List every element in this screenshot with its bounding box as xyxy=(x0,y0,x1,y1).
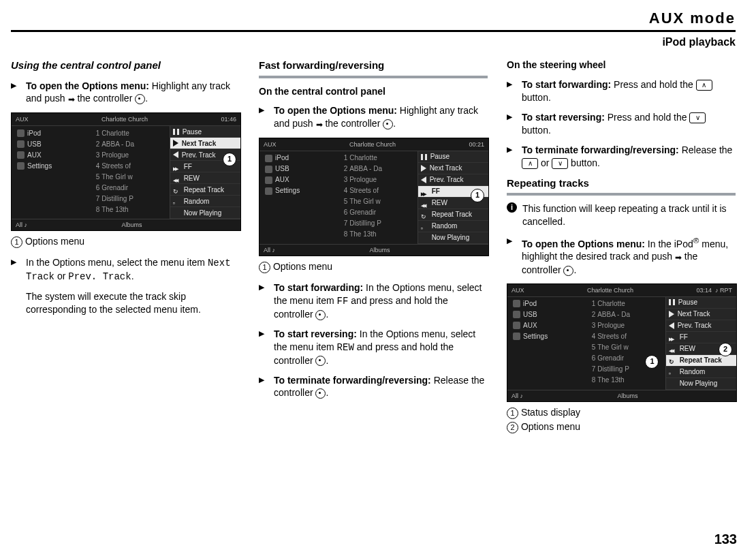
info-note: i This function will keep repeating a tr… xyxy=(507,202,736,228)
info-icon: i xyxy=(507,202,517,213)
step-wheel-forward: To start forwarding: Press and hold the … xyxy=(507,78,736,104)
controller-icon xyxy=(315,356,326,366)
controller-icon xyxy=(383,119,393,129)
section-using-ccp: Using the central control panel xyxy=(11,59,240,72)
section-fast-forwarding: Fast forwarding/reversing xyxy=(259,59,488,72)
figure-caption-3: 1 Status display 2 Options menu xyxy=(507,406,736,433)
arrow-right-icon xyxy=(675,251,682,264)
section-repeating: Repeating tracks xyxy=(507,176,736,190)
figure-options-menu-2: AUXCharlotte Church00:21 iPod USB AUX Se… xyxy=(259,138,489,256)
section-underline xyxy=(507,193,736,196)
up-button-icon: ∧ xyxy=(522,158,538,169)
column-3: On the steering wheel To start forwardin… xyxy=(507,59,736,442)
controller-icon xyxy=(315,388,326,399)
page-title: AUX mode xyxy=(11,8,736,29)
step-select-menu-item: In the Options menu, select the menu ite… xyxy=(11,256,240,283)
down-button-icon: ∨ xyxy=(552,158,568,169)
step-open-options-1: To open the Options menu: Highlight any … xyxy=(11,80,240,106)
down-button-icon: ∨ xyxy=(689,112,706,123)
step-wheel-reverse: To start reversing: Press and hold the ∨… xyxy=(507,111,736,137)
controller-icon xyxy=(135,94,145,104)
sub-on-wheel: On the steering wheel xyxy=(507,59,736,72)
sub-on-ccp: On the central control panel xyxy=(259,85,488,98)
step-start-reversing: To start reversing: In the Options menu,… xyxy=(259,328,488,367)
step-open-options-2: To open the Options menu: Highlight any … xyxy=(259,104,488,131)
up-button-icon: ∧ xyxy=(696,80,712,91)
figure-options-menu-1: AUXCharlotte Church01:46 iPod USB AUX Se… xyxy=(11,112,241,231)
callout-1-icon: 1 xyxy=(471,189,484,202)
controller-icon xyxy=(315,310,326,320)
content-columns: Using the central control panel To open … xyxy=(11,59,736,442)
page-number: 133 xyxy=(714,530,737,549)
figure-options-menu-3: AUXCharlotte Church03:14 ♪ RPT iPod USB … xyxy=(507,283,737,402)
page-header: AUX mode xyxy=(11,8,736,32)
callout-2-icon: 2 xyxy=(719,343,732,356)
step-wheel-terminate: To terminate forwarding/reversing: Relea… xyxy=(507,144,736,170)
step-exec-result: The system will execute the track skip c… xyxy=(11,290,240,316)
figure-caption-1: 1 Options menu xyxy=(11,235,240,248)
column-1: Using the central control panel To open … xyxy=(11,59,240,442)
step-terminate: To terminate forwarding/reversing: Relea… xyxy=(259,374,488,400)
section-underline xyxy=(259,76,488,78)
page-subtitle: iPod playback xyxy=(11,35,736,50)
step-open-options-3: To open the Options menu: In the iPod® m… xyxy=(507,235,736,277)
step-start-forwarding: To start forwarding: In the Options menu… xyxy=(259,281,488,321)
controller-icon xyxy=(563,266,573,276)
arrow-right-icon xyxy=(68,93,75,106)
arrow-right-icon xyxy=(316,118,323,131)
figure-caption-2: 1 Options menu xyxy=(259,260,488,273)
column-2: Fast forwarding/reversing On the central… xyxy=(259,59,488,442)
